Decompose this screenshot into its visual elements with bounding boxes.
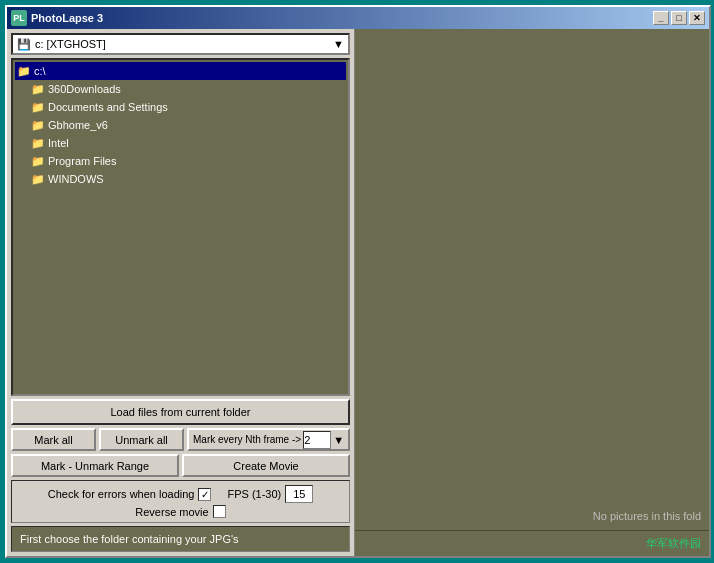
folder-icon-0: 📁	[31, 83, 45, 96]
drive-icon: 💾	[17, 38, 31, 51]
reverse-row: Reverse movie	[18, 505, 343, 518]
tree-item-3[interactable]: 📁 Intel	[15, 134, 346, 152]
dropdown-arrow: ▼	[333, 38, 344, 50]
mark-nth-container: Mark every Nth frame -> ▼	[187, 428, 350, 451]
minimize-button[interactable]: _	[653, 11, 669, 25]
window-content: 💾 c: [XTGHOST] ▼ 📁 c:\ 📁 360Downloads	[7, 29, 709, 556]
tree-item-label-4: Program Files	[48, 155, 116, 167]
buttons-row-2: Mark - Unmark Range Create Movie	[11, 454, 350, 477]
status-bar: First choose the folder containing your …	[11, 526, 350, 552]
maximize-button[interactable]: □	[671, 11, 687, 25]
load-files-button[interactable]: Load files from current folder	[11, 399, 350, 425]
title-buttons: _ □ ✕	[653, 11, 705, 25]
folder-icon-3: 📁	[31, 137, 45, 150]
tree-item-1[interactable]: 📁 Documents and Settings	[15, 98, 346, 116]
fps-input[interactable]	[285, 485, 313, 503]
tree-item-root[interactable]: 📁 c:\	[15, 62, 346, 80]
reverse-checkbox[interactable]	[213, 505, 226, 518]
check-errors-label: Check for errors when loading	[48, 488, 195, 500]
nth-arrow-icon: ▼	[333, 434, 344, 446]
drive-dropdown-container: 💾 c: [XTGHOST] ▼	[11, 33, 350, 55]
nth-value-input[interactable]	[303, 431, 331, 449]
folder-icon-root: 📁	[17, 65, 31, 78]
tree-item-4[interactable]: 📁 Program Files	[15, 152, 346, 170]
check-errors-row: Check for errors when loading ✓ FPS (1-3…	[18, 485, 343, 503]
check-errors-checkbox[interactable]: ✓	[198, 488, 211, 501]
tree-item-label-5: WINDOWS	[48, 173, 104, 185]
right-panel: No pictures in this fold 华军软件园	[355, 29, 709, 556]
title-bar-left: PL PhotoLapse 3	[11, 10, 103, 26]
folder-tree[interactable]: 📁 c:\ 📁 360Downloads 📁 Documents and Set…	[11, 58, 350, 396]
status-message: First choose the folder containing your …	[20, 533, 239, 545]
folder-icon-4: 📁	[31, 155, 45, 168]
drive-select[interactable]: 💾 c: [XTGHOST] ▼	[11, 33, 350, 55]
folder-icon-5: 📁	[31, 173, 45, 186]
close-button[interactable]: ✕	[689, 11, 705, 25]
create-movie-button[interactable]: Create Movie	[182, 454, 350, 477]
drive-label: c: [XTGHOST]	[35, 38, 106, 50]
tree-item-label-0: 360Downloads	[48, 83, 121, 95]
tree-item-label-3: Intel	[48, 137, 69, 149]
title-bar: PL PhotoLapse 3 _ □ ✕	[7, 7, 709, 29]
reverse-label: Reverse movie	[135, 506, 208, 518]
unmark-all-button[interactable]: Unmark all	[99, 428, 184, 451]
folder-icon-2: 📁	[31, 119, 45, 132]
mark-nth-label: Mark every Nth frame ->	[193, 434, 301, 445]
tree-item-label-2: Gbhome_v6	[48, 119, 108, 131]
window-title: PhotoLapse 3	[31, 12, 103, 24]
tree-item-label-root: c:\	[34, 65, 46, 77]
tree-item-0[interactable]: 📁 360Downloads	[15, 80, 346, 98]
watermark-text: 华军软件园	[646, 536, 701, 551]
buttons-row-1: Mark all Unmark all Mark every Nth frame…	[11, 428, 350, 451]
tree-item-5[interactable]: 📁 WINDOWS	[15, 170, 346, 188]
right-bottom: 华军软件园	[355, 530, 709, 556]
options-area: Check for errors when loading ✓ FPS (1-3…	[11, 480, 350, 523]
app-icon: PL	[11, 10, 27, 26]
left-panel: 💾 c: [XTGHOST] ▼ 📁 c:\ 📁 360Downloads	[7, 29, 355, 556]
main-window: PL PhotoLapse 3 _ □ ✕ 💾 c: [XTGHOST] ▼	[5, 5, 711, 558]
mark-unmark-range-button[interactable]: Mark - Unmark Range	[11, 454, 179, 477]
fps-label: FPS (1-30)	[227, 488, 281, 500]
right-main: No pictures in this fold	[355, 29, 709, 530]
tree-item-label-1: Documents and Settings	[48, 101, 168, 113]
tree-item-2[interactable]: 📁 Gbhome_v6	[15, 116, 346, 134]
folder-icon-1: 📁	[31, 101, 45, 114]
no-pictures-text: No pictures in this fold	[593, 510, 701, 522]
mark-all-button[interactable]: Mark all	[11, 428, 96, 451]
